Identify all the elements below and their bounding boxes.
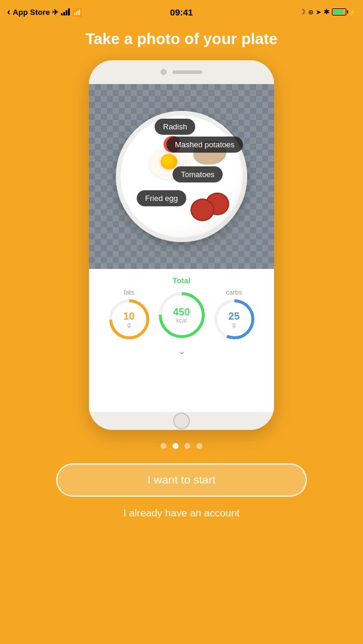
carbs-label: carbs (226, 289, 242, 296)
status-time: 09:41 (170, 7, 193, 17)
fats-circle: 10 g (107, 297, 152, 342)
food-label-mashed-potatoes: Mashed potatoes (167, 137, 243, 153)
dot-1[interactable] (173, 443, 179, 449)
nutrition-panel: Total fats 10 g (89, 269, 274, 412)
phone-mockup: Radish Mashed potatoes Tomatoes Fried eg… (89, 60, 274, 430)
wifi-icon: 📶 (72, 8, 82, 17)
chevron-down-icon[interactable]: ⌄ (178, 345, 186, 357)
phone-top (89, 60, 274, 84)
moon-icon: ☽ (299, 8, 306, 16)
phone-bottom (89, 412, 274, 430)
fats-label: fats (124, 289, 134, 296)
status-left: ‹ App Store ✈ 📶 (7, 7, 82, 17)
total-circle: 450 kcal (156, 290, 207, 340)
lock-icon: ⊛ (308, 8, 313, 16)
bluetooth-icon: ✱ (324, 8, 330, 16)
phone-camera (161, 69, 167, 75)
carbs-item: carbs 25 g (212, 289, 257, 342)
login-link[interactable]: I already have an account (124, 507, 240, 519)
food-label-fried-egg: Fried egg (137, 190, 186, 206)
food-label-tomatoes: Tomatoes (173, 166, 223, 182)
fats-item: fats 10 g (107, 289, 152, 342)
food-label-radish: Radish (155, 119, 195, 135)
total-label: Total (173, 276, 190, 285)
page-dots (161, 443, 202, 449)
signal-icon (61, 8, 70, 16)
charging-icon: ⚡ (349, 9, 356, 16)
back-arrow: ‹ (7, 7, 10, 17)
status-right: ☽ ⊛ ➤ ✱ ⚡ (299, 8, 356, 16)
phone-screen: Radish Mashed potatoes Tomatoes Fried eg… (89, 84, 274, 412)
phone-speaker (173, 70, 202, 74)
food-photo: Radish Mashed potatoes Tomatoes Fried eg… (89, 84, 274, 269)
dot-3[interactable] (196, 443, 202, 449)
total-item: 450 kcal (156, 290, 207, 340)
tomato-slice-2 (190, 199, 214, 221)
main-content: Take a photo of your plate (0, 24, 363, 519)
dot-0[interactable] (161, 443, 167, 449)
airplane-icon: ✈ (52, 8, 59, 17)
carbs-circle: 25 g (212, 297, 257, 342)
status-bar: ‹ App Store ✈ 📶 09:41 ☽ ⊛ ➤ ✱ ⚡ (0, 0, 363, 24)
home-button[interactable] (173, 413, 190, 429)
carrier-label: App Store (13, 8, 50, 17)
chevron-container[interactable]: ⌄ (178, 345, 186, 357)
battery-icon (332, 8, 346, 16)
dot-2[interactable] (184, 443, 190, 449)
egg-yolk (161, 154, 177, 169)
start-button[interactable]: I want to start (56, 463, 307, 497)
page-title: Take a photo of your plate (73, 30, 290, 48)
nutrition-circles: fats 10 g (95, 289, 268, 342)
location-icon: ➤ (316, 8, 321, 16)
